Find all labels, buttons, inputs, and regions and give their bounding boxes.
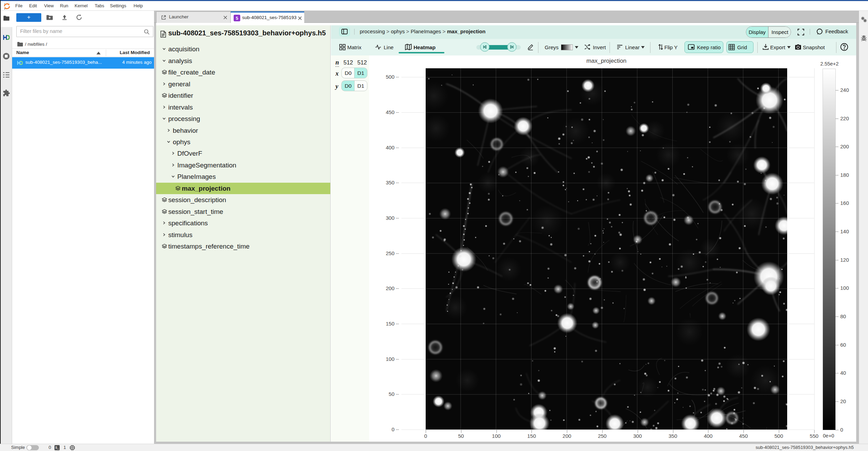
svg-text:5: 5 [236,16,238,21]
